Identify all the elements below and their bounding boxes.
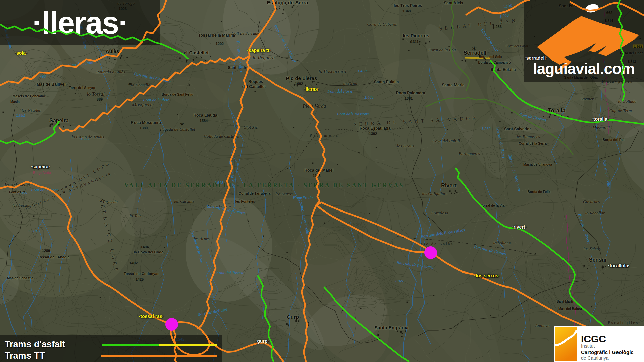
route-marker[interactable] (165, 318, 178, 331)
map-label: Sapeira (49, 118, 69, 124)
map-label: Torre del Senyor (69, 86, 96, 90)
map-label: Bartugueres (459, 151, 480, 156)
map-label: Saviner (580, 96, 594, 102)
icgc-line3: de Catalunya (581, 355, 634, 361)
map-label: 889 (97, 97, 103, 101)
map-label: Roca Mosquera (131, 120, 161, 125)
map-label: 1.118 (28, 229, 37, 233)
map-label: 1402 (129, 261, 138, 265)
map-label: Cova de Cuberes (367, 22, 397, 27)
icgc-acronym: ICGC (581, 334, 634, 343)
map-label: la Cova del Codó (133, 250, 163, 254)
map-label: Corral de la Serra (519, 142, 546, 145)
map-label: Roureda d'Aulàs (96, 69, 125, 75)
map-label: 1.465 (364, 95, 374, 99)
map-label: Masets de Ponciano (13, 94, 45, 98)
map-label: l'Argilosa (431, 210, 448, 216)
map-label: Barranc de Fontfreda (297, 196, 310, 235)
icgc-logo-icon (555, 327, 577, 361)
map-label: 1289 (42, 249, 50, 253)
map-label: la Boscarrera (318, 69, 346, 74)
map-label: les Picorres (402, 33, 429, 38)
map-label: les Tres Peires (394, 3, 422, 8)
map-label: Borda de Sant Feliu (162, 93, 193, 96)
map-label: Buiga Veda (33, 171, 51, 175)
map-label: Sant Aleix (444, 1, 463, 5)
map-label: los Seixos (583, 246, 601, 251)
map-label: Barranc dels Escarruixos (420, 227, 465, 240)
brand-url[interactable]: laguiavial.com (524, 60, 644, 78)
map-label: Bosc de Salàs (416, 241, 453, 247)
icgc-attribution: ICGC Institut Cartogràfic i Geològic de … (554, 326, 644, 362)
icgc-line1: Institut (581, 343, 634, 349)
legend-label-tt: Trams TT (5, 351, 45, 361)
map-label: Mas de Sebastià (7, 276, 33, 280)
map-label: les Carants (174, 199, 194, 204)
map-label: 1692 (295, 82, 303, 86)
map-label: Barranc de la Perera (396, 260, 434, 270)
map-label: Font dels Bassons (337, 111, 369, 117)
map-label: Cova del Pubill (432, 138, 460, 144)
map-label: Sant Martí (557, 300, 573, 303)
map-label: Tossal de Codonyac (124, 272, 159, 276)
map-label: 1392 (369, 132, 377, 136)
legend-swatch-tt (101, 355, 217, 357)
map-label: Gurp (287, 314, 299, 320)
map-label: Mosquera (132, 102, 153, 108)
map-label: Cap de Term (609, 108, 632, 113)
map-label: Font del Forn (328, 88, 352, 94)
map-label: 1425 (136, 277, 144, 281)
page-title: ·lleras· (32, 7, 128, 38)
map-label: Font de l'Aizina (519, 112, 547, 123)
map-label: SERRA DE SANT SALVADOR (354, 115, 478, 127)
map-label: Escaldolles (608, 320, 639, 325)
map-label: Borda de Campanyó (478, 61, 511, 64)
map-label: Barranc de l'Aulet (473, 244, 506, 256)
map-label: los Gargallars (422, 191, 447, 196)
map-label: 1.051 (16, 113, 25, 117)
map-label: Tossal de la Marina (198, 33, 235, 38)
map-label: Clot Xic (244, 125, 258, 130)
map-label: Coll de Serradell (231, 31, 262, 36)
map-label: Font del Toscar (216, 270, 244, 275)
route-marker[interactable] (424, 246, 437, 259)
map-label: les Nixoles (22, 108, 41, 113)
map-label: los Seixos (275, 191, 293, 197)
map-label: Rebollans (493, 240, 511, 246)
map-label: 1.100 (502, 3, 512, 9)
map-label: 790 (40, 74, 46, 78)
map-label: Fageda de Castellet (160, 127, 195, 132)
map-label: la Collada (618, 99, 636, 104)
map-label: les Cabanelles (5, 182, 30, 188)
map-label: Llau dels Puials (68, 59, 97, 68)
map-label: 1.468 (357, 69, 367, 73)
map-label: Borda del Rei (603, 138, 624, 142)
map-label: 904 (101, 54, 107, 58)
map-label: 1.055 (18, 191, 27, 195)
legend-label-asphalt: Trams d'asfalt (5, 339, 65, 350)
map-label: Roca Palomera (396, 90, 425, 95)
brand-overlay: laguiavial.com (524, 0, 644, 82)
map-label: 1.200 (499, 13, 509, 18)
map-label: 1348 (402, 9, 411, 13)
map-label: Tossal de l'Abadia (38, 255, 69, 259)
map-label: el Castellet (184, 50, 209, 55)
map-label: Mas del Balust (558, 307, 582, 311)
map-label: Barranc de Fuiet (197, 307, 228, 317)
map-label: 1.513 (214, 181, 223, 185)
legend-content: Trams d'asfalt Trams TT (0, 335, 222, 362)
map-label: Barranc de Vilanoveta (602, 160, 614, 199)
map-label: Gavarnes (583, 199, 600, 204)
map-label: 1404 (141, 245, 149, 249)
map-label: Pleta Verda (303, 103, 326, 109)
map-label: lo Tossal (87, 91, 104, 97)
map-label: VALL ALTA DE SERRADELL - LA TERRETA - SE… (124, 182, 405, 189)
map-label: 1389 (140, 126, 148, 130)
map-label: SERRAT DEL BAN (439, 18, 518, 32)
map-label: Barranc de Palomera (507, 154, 522, 192)
map-label: Collada de Castellet (204, 134, 240, 139)
map-viewport[interactable]: de Torogó1023Espluga de Serrales Tres Pe… (0, 0, 644, 362)
map-label: Santa Maria (442, 83, 464, 87)
map-label: Santa Eulàlia (491, 67, 516, 72)
icgc-line2: Cartogràfic i Geològic (581, 349, 634, 356)
